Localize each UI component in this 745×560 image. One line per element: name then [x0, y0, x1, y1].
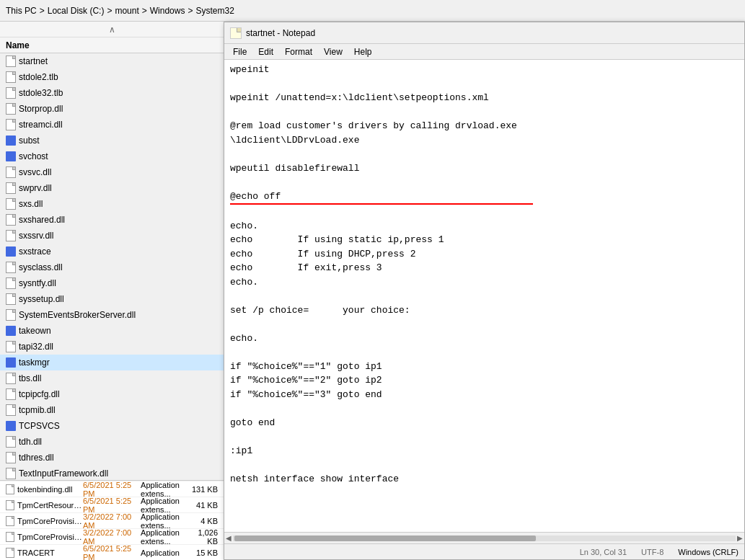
- file-name: startnet: [19, 56, 48, 66]
- list-item[interactable]: sysclass.dll: [0, 259, 224, 275]
- list-item[interactable]: tapi32.dll: [0, 339, 224, 355]
- file-name: sxssrv.dll: [19, 231, 53, 241]
- content-line: echo.: [230, 332, 739, 346]
- breadcrumb-windows[interactable]: Windows: [150, 6, 185, 16]
- content-line: echo If using static ip,press 1: [230, 233, 739, 247]
- row-type: Application: [141, 548, 189, 557]
- up-arrow-icon[interactable]: ∧: [109, 25, 115, 35]
- content-line: echo If exit,press 3: [230, 261, 739, 275]
- content-line: wpeinit: [230, 63, 739, 77]
- breadcrumb-bar: This PC > Local Disk (C:) > mount > Wind…: [0, 0, 745, 22]
- content-line: if "%choice%"=="1" goto ip1: [230, 360, 739, 374]
- file-icon: [6, 103, 16, 115]
- breadcrumb-local-disk[interactable]: Local Disk (C:): [48, 6, 105, 16]
- row-icon: [6, 532, 14, 542]
- content-line: :ip1: [230, 444, 739, 458]
- file-icon: [6, 293, 16, 305]
- file-detail-row[interactable]: TpmCertResources.dll 6/5/2021 5:25 PM Ap…: [0, 497, 224, 512]
- row-icon: [6, 516, 14, 526]
- scroll-left-btn[interactable]: ◀: [226, 534, 232, 542]
- file-name: sysntfy.dll: [19, 278, 56, 288]
- list-item[interactable]: stdole2.tlb: [0, 69, 224, 85]
- scroll-track[interactable]: [233, 535, 736, 541]
- row-filename: tokenbinding.dll: [6, 484, 83, 494]
- content-line: if "%choice%"=="3" goto end: [230, 388, 739, 402]
- list-item[interactable]: Storprop.dll: [0, 101, 224, 117]
- file-detail-row[interactable]: tokenbinding.dll 6/5/2021 5:25 PM Applic…: [0, 481, 224, 497]
- list-item[interactable]: tcpmib.dll: [0, 402, 224, 418]
- menu-item-edit[interactable]: Edit: [252, 45, 279, 58]
- exe-icon: [6, 151, 16, 161]
- list-item[interactable]: sxssrv.dll: [0, 228, 224, 244]
- file-name: sxs.dll: [19, 199, 43, 209]
- list-item[interactable]: sysntfy.dll: [0, 275, 224, 291]
- file-name: subst: [19, 135, 40, 146]
- file-name: tbs.dll: [19, 373, 41, 383]
- file-name: sxstrace: [19, 246, 51, 257]
- notepad-hscrollbar[interactable]: ◀ ▶: [224, 532, 744, 543]
- list-item[interactable]: SystemEventsBrokerServer.dll: [0, 307, 224, 323]
- file-name: TextInputFramework.dll: [19, 468, 108, 479]
- list-item[interactable]: tbs.dll: [0, 370, 224, 386]
- list-item[interactable]: taskmgr: [0, 355, 224, 370]
- row-icon: [6, 548, 14, 558]
- file-name: swprv.dll: [19, 183, 52, 193]
- row-filename: TpmCoreProvisioning.dll: [6, 532, 83, 542]
- breadcrumb-mount[interactable]: mount: [115, 6, 138, 16]
- row-date: 6/5/2021 5:25 PM: [83, 544, 141, 561]
- list-item[interactable]: subst: [0, 133, 224, 148]
- content-line: echo.: [230, 275, 739, 290]
- file-icon: [6, 277, 16, 289]
- list-item[interactable]: TextInputFramework.dll: [0, 466, 224, 480]
- file-scroll-area[interactable]: startnetstdole2.tlbstdole32.tlbStorprop.…: [0, 53, 224, 480]
- breadcrumb-system32[interactable]: System32: [195, 6, 234, 16]
- column-header: Name: [0, 37, 224, 53]
- menu-item-file[interactable]: File: [227, 45, 252, 58]
- line-ending-indicator: Windows (CRLF): [678, 548, 739, 556]
- breadcrumb-this-pc[interactable]: This PC: [6, 6, 37, 16]
- exe-icon: [6, 246, 16, 257]
- list-item[interactable]: takeown: [0, 323, 224, 339]
- file-name: svsvc.dll: [19, 167, 51, 177]
- file-list: startnetstdole2.tlbstdole32.tlbStorprop.…: [0, 53, 224, 480]
- row-size: 4 KB: [189, 517, 218, 525]
- content-line: \ldclient\LDDrvLoad.exe: [230, 133, 739, 148]
- content-line: goto end: [230, 416, 739, 430]
- list-item[interactable]: tdhres.dll: [0, 450, 224, 466]
- content-line: [230, 458, 739, 472]
- menu-item-help[interactable]: Help: [348, 45, 378, 58]
- list-item[interactable]: syssetup.dll: [0, 291, 224, 307]
- row-filename: TpmCertResources.dll: [6, 500, 83, 510]
- file-icon: [6, 71, 16, 83]
- notepad-titlebar: startnet - Notepad: [224, 22, 744, 44]
- file-detail-row[interactable]: TpmCoreProvisioning.dll 3/2/2022 7:00 AM…: [0, 528, 224, 544]
- list-item[interactable]: TCPSVCS: [0, 418, 224, 434]
- scroll-right-btn[interactable]: ▶: [737, 534, 743, 542]
- file-icon: [6, 309, 16, 321]
- list-item[interactable]: sxs.dll: [0, 196, 224, 212]
- list-item[interactable]: startnet: [0, 53, 224, 69]
- notepad-content-area[interactable]: wpeinit wpeinit /unattend=x:\ldclient\se…: [224, 60, 744, 532]
- list-item[interactable]: svchost: [0, 148, 224, 164]
- menu-item-view[interactable]: View: [318, 45, 348, 58]
- list-item[interactable]: tdh.dll: [0, 434, 224, 450]
- list-item[interactable]: tcpipcfg.dll: [0, 386, 224, 402]
- file-name: sysclass.dll: [19, 262, 63, 272]
- list-item[interactable]: sxstrace: [0, 244, 224, 259]
- list-item[interactable]: swprv.dll: [0, 180, 224, 196]
- list-item[interactable]: sxshared.dll: [0, 212, 224, 228]
- file-detail-row[interactable]: TpmCoreProvisioning.dll 3/2/2022 7:00 AM…: [0, 512, 224, 528]
- list-item[interactable]: streamci.dll: [0, 117, 224, 133]
- file-detail-row[interactable]: TRACERT 6/5/2021 5:25 PM Application 15 …: [0, 544, 224, 560]
- content-line: if "%choice%"=="2" goto ip2: [230, 373, 739, 388]
- file-icon: [6, 198, 16, 210]
- file-icon: [6, 468, 16, 479]
- file-icon: [6, 87, 16, 99]
- file-icon: [6, 404, 16, 416]
- file-name: syssetup.dll: [19, 294, 64, 304]
- menu-item-format[interactable]: Format: [279, 45, 318, 58]
- file-name: tdh.dll: [19, 437, 42, 447]
- scroll-thumb[interactable]: [234, 535, 536, 541]
- list-item[interactable]: stdole32.tlb: [0, 85, 224, 101]
- list-item[interactable]: svsvc.dll: [0, 164, 224, 180]
